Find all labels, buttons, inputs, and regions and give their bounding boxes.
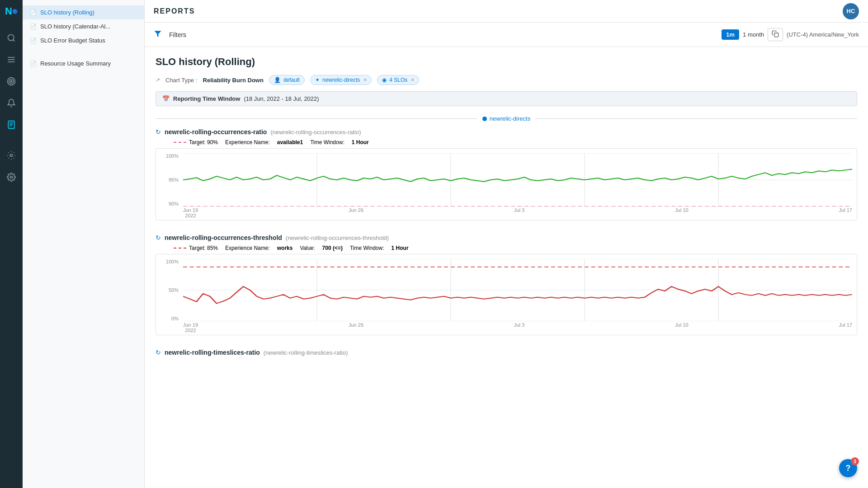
copy-link-button[interactable] (768, 28, 783, 41)
chart2-x5: Jul 17 (839, 322, 852, 333)
nav-settings1[interactable] (0, 145, 23, 166)
reporting-window-label: Reporting Time Window (173, 95, 240, 102)
chart1-svg (183, 153, 852, 206)
sidebar-item-slo-rolling[interactable]: 📄 SLO history (Rolling) (23, 5, 144, 19)
chart1-win-value: 1 Hour (352, 139, 369, 145)
chart2-legend: Target: 85% Experience Name: works Value… (156, 245, 857, 251)
chart1-x3: Jul 3 (514, 207, 524, 218)
svg-point-7 (10, 80, 12, 82)
chart2-val-label: Value: (300, 245, 315, 251)
user-tag-icon: 👤 (274, 77, 281, 83)
icon-nav: N🔵 (0, 0, 23, 488)
user-avatar[interactable]: HC (843, 3, 859, 19)
sidebar-item-slo-error[interactable]: 📄 SLO Error Budget Status (23, 33, 144, 47)
chart3-title-row: ↻ newrelic-rolling-timeslices-ratio (new… (156, 349, 857, 356)
chart1-target-legend: Target: 90% (174, 139, 218, 145)
tag-newrelic-close[interactable]: × (363, 77, 367, 83)
svg-line-1 (13, 40, 15, 42)
logo-letter: N (5, 5, 12, 17)
divider-line-left (156, 118, 477, 119)
tag-4-slos[interactable]: ◉ 4 SLOs × (377, 75, 419, 85)
top-bar-right: HC (843, 3, 859, 19)
sidebar-label-slo-calendar: SLO history (Calendar-Al... (40, 23, 110, 30)
chart2-name: newrelic-rolling-occurrences-threshold (165, 234, 282, 241)
reporting-window: 📅 Reporting Time Window (18 Jun, 2022 - … (156, 91, 857, 106)
nav-bell[interactable] (0, 92, 23, 114)
chart1-dashed-line (174, 142, 186, 143)
reporting-window-range: (18 Jun, 2022 - 18 Jul, 2022) (244, 95, 319, 102)
section-dot (482, 117, 487, 121)
chart2-x-axis: Jun 192022 Jun 26 Jul 3 Jul 10 Jul 17 (183, 322, 852, 333)
chart2-target-label: Target: 85% (189, 245, 218, 251)
section-label-text: newrelic-directs (490, 115, 530, 122)
chart1-target-label: Target: 90% (189, 139, 218, 145)
tag-default[interactable]: 👤 default (269, 75, 305, 85)
chart1-exp-value: available1 (277, 139, 303, 145)
slo-tag-icon: ◉ (382, 77, 387, 83)
nav-reports[interactable] (0, 114, 23, 136)
chart2-dashed-line (174, 248, 186, 249)
chart2-x2: Jun 26 (349, 322, 363, 333)
chart2-x4: Jul 10 (675, 322, 688, 333)
tag-newrelic-directs[interactable]: ✦ newrelic-directs × (310, 75, 372, 85)
app-title: REPORTS (154, 7, 195, 15)
doc-icon-3: 📄 (30, 38, 37, 44)
chart3-sub: (newrelic-rolling-timeslices-ratio) (264, 349, 348, 356)
timezone-label: (UTC-4) America/New_York (787, 31, 859, 38)
filter-icon (154, 30, 162, 40)
help-button[interactable]: ? 3 (839, 459, 857, 477)
time-controls: 1m 1 month (UTC-4) America/New_York (722, 28, 859, 41)
chart1-legend: Target: 90% Experience Name: available1 … (156, 139, 857, 145)
svg-rect-14 (774, 33, 778, 37)
nav-search[interactable] (0, 27, 23, 49)
sidebar-item-slo-calendar[interactable]: 📄 SLO history (Calendar-Al... (23, 19, 144, 33)
page-title: SLO history (Rolling) (156, 56, 857, 68)
chart1-title-row: ↻ newrelic-rolling-occurrences-ratio (ne… (156, 128, 857, 136)
time-1m-button[interactable]: 1m (722, 29, 739, 40)
tag-slo-close[interactable]: × (411, 77, 414, 83)
section-label-1: newrelic-directs (482, 115, 530, 122)
filters-bar: Filters 1m 1 month (UTC-4) America/New_Y… (145, 23, 868, 47)
service-tag-icon: ✦ (315, 77, 320, 83)
nav-target[interactable] (0, 70, 23, 92)
sidebar-label-slo-error: SLO Error Budget Status (40, 37, 105, 44)
doc-icon-4: 📄 (30, 61, 37, 67)
chart-section-3: ↻ newrelic-rolling-timeslices-ratio (new… (156, 349, 857, 356)
main-area: REPORTS HC Filters 1m 1 month (UTC-4) Am… (145, 0, 868, 488)
chart1-title-icon: ↻ (156, 128, 161, 136)
chart2-wrapper: 100% 50% 0% (156, 254, 857, 335)
chart1-y3: 90% (169, 201, 179, 206)
chart1-y2: 95% (169, 177, 179, 183)
chart2-win-value: 1 Hour (392, 245, 409, 251)
divider-line-right (536, 118, 857, 119)
chart2-val-value: 700 (<=) (322, 245, 343, 251)
chart2-sub: (newrelic-rolling-occurrences-threshold) (286, 235, 389, 241)
svg-point-6 (9, 79, 14, 84)
tag-slo-label: 4 SLOs (389, 77, 407, 83)
chart1-name: newrelic-rolling-occurrences-ratio (165, 128, 267, 136)
svg-point-0 (8, 35, 14, 41)
sidebar-label-resource-usage: Resource Usage Summary (40, 60, 111, 67)
tag-default-label: default (283, 77, 300, 83)
chart-section-1: ↻ newrelic-rolling-occurrences-ratio (ne… (156, 128, 857, 221)
nav-settings2[interactable] (0, 166, 23, 188)
chart2-y3: 0% (171, 316, 179, 321)
chart2-x1: Jun 192022 (183, 322, 198, 333)
calendar-icon: 📅 (162, 95, 170, 102)
chart2-y1: 100% (166, 259, 179, 264)
chart1-x5: Jul 17 (839, 207, 852, 218)
chart-section-2: ↻ newrelic-rolling-occurrences-threshold… (156, 234, 857, 335)
chart1-y1: 100% (166, 153, 179, 159)
nav-list[interactable] (0, 49, 23, 70)
sidebar-divider (23, 47, 144, 56)
chart2-svg (183, 259, 852, 321)
help-icon: ? (846, 464, 851, 473)
sidebar-item-resource-usage[interactable]: 📄 Resource Usage Summary (23, 56, 144, 70)
logo-sup: 🔵 (12, 9, 18, 14)
content-area: SLO history (Rolling) ↗ Chart Type : Rel… (145, 47, 868, 488)
sidebar: 📄 SLO history (Rolling) 📄 SLO history (C… (23, 0, 145, 488)
chart1-y-axis: 100% 95% 90% (156, 153, 181, 206)
chart1-exp-label: Experience Name: (225, 139, 270, 145)
filters-label: Filters (169, 31, 186, 38)
chart-type-prefix: Chart Type : (165, 77, 198, 84)
